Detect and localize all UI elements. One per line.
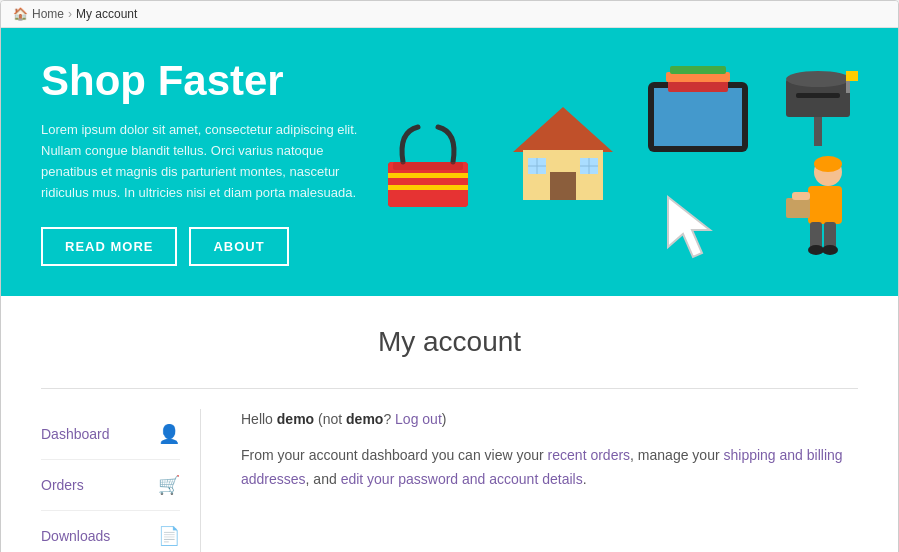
read-more-button[interactable]: READ MORE	[41, 227, 177, 266]
desc-mid: , manage your	[630, 447, 723, 463]
orders-icon: 🛒	[158, 474, 180, 496]
sidebar-label-orders: Orders	[41, 477, 84, 493]
cursor-icon	[658, 192, 738, 262]
svg-point-32	[822, 245, 838, 255]
svg-rect-15	[654, 88, 742, 146]
greeting-end: )	[442, 411, 447, 427]
about-button[interactable]: ABOUT	[189, 227, 288, 266]
svg-rect-34	[792, 192, 810, 200]
browser-window: 🏠 Home › My account Shop Faster Lorem ip…	[0, 0, 899, 552]
svg-point-31	[808, 245, 824, 255]
greeting-text: Hello demo (not demo? Log out)	[241, 409, 858, 430]
recent-orders-link[interactable]: recent orders	[548, 447, 630, 463]
username2: demo	[346, 411, 383, 427]
svg-rect-25	[846, 71, 858, 81]
greeting-pre: Hello	[241, 411, 277, 427]
hero-body-text: Lorem ipsum dolor sit amet, consectetur …	[41, 120, 368, 203]
svg-rect-18	[670, 66, 726, 74]
logout-link[interactable]: Log out	[395, 411, 442, 427]
hero-illustrations	[368, 61, 858, 264]
svg-rect-28	[808, 186, 842, 224]
breadcrumb-home-link[interactable]: Home	[32, 7, 64, 21]
svg-point-27	[814, 156, 842, 172]
breadcrumb-separator: ›	[68, 7, 72, 21]
account-title: My account	[41, 326, 858, 358]
home-icon: 🏠	[13, 7, 28, 21]
dashboard-icon: 👤	[158, 423, 180, 445]
breadcrumb: 🏠 Home › My account	[1, 1, 898, 28]
sidebar-label-dashboard: Dashboard	[41, 426, 110, 442]
hero-buttons: READ MORE ABOUT	[41, 227, 368, 266]
sidebar-item-orders[interactable]: Orders 🛒	[41, 460, 180, 511]
desc-end: .	[583, 471, 587, 487]
username: demo	[277, 411, 314, 427]
svg-rect-33	[786, 198, 810, 218]
tablet-stack-icon	[638, 62, 758, 162]
svg-rect-3	[388, 185, 468, 190]
sidebar: Dashboard 👤 Orders 🛒 Downloads 📄	[41, 409, 201, 552]
house-icon	[508, 102, 618, 202]
basket-icon	[368, 107, 488, 217]
svg-rect-2	[388, 173, 468, 178]
svg-point-22	[786, 71, 850, 87]
svg-rect-7	[550, 172, 576, 200]
main-content: Hello demo (not demo? Log out) From your…	[241, 409, 858, 552]
hero-content: Shop Faster Lorem ipsum dolor sit amet, …	[41, 58, 368, 266]
svg-rect-4	[393, 162, 463, 170]
greeting-mid: (not	[314, 411, 346, 427]
delivery-man-icon	[778, 154, 858, 264]
breadcrumb-current: My account	[76, 7, 137, 21]
hero-banner: Shop Faster Lorem ipsum dolor sit amet, …	[1, 28, 898, 296]
svg-marker-19	[668, 197, 710, 257]
desc-pre: From your account dashboard you can view…	[241, 447, 548, 463]
downloads-icon: 📄	[158, 525, 180, 547]
sidebar-label-downloads: Downloads	[41, 528, 110, 544]
account-description: From your account dashboard you can view…	[241, 444, 858, 492]
hero-title: Shop Faster	[41, 58, 368, 104]
svg-rect-23	[796, 93, 840, 98]
edit-password-link[interactable]: edit your password and account details	[341, 471, 583, 487]
mailbox-icon	[778, 61, 858, 146]
account-section: My account Dashboard 👤 Orders 🛒 Download…	[1, 296, 898, 552]
desc-mid2: , and	[306, 471, 341, 487]
sidebar-item-downloads[interactable]: Downloads 📄	[41, 511, 180, 552]
sidebar-item-dashboard[interactable]: Dashboard 👤	[41, 409, 180, 460]
account-layout: Dashboard 👤 Orders 🛒 Downloads 📄 Hello d…	[41, 388, 858, 552]
greeting-mid2: ?	[383, 411, 395, 427]
svg-marker-5	[513, 107, 613, 152]
